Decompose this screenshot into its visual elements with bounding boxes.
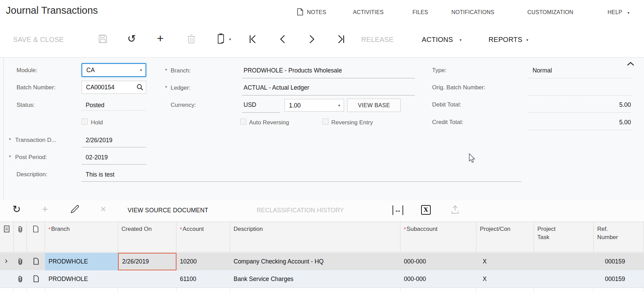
view-base-button[interactable]: VIEW BASE [347,99,401,112]
row-selector[interactable] [0,270,14,288]
credit-total-label: Credit Total: [432,119,463,126]
menu-activities[interactable]: ACTIVITIES [353,9,384,15]
cell-branch[interactable]: PRODWHOLE [45,270,118,288]
view-source-document-button[interactable]: VIEW SOURCE DOCUMENT [128,207,208,214]
cell-created-on[interactable] [118,270,176,288]
cell-subaccount[interactable]: 000-000 [400,270,476,288]
note-icon [33,275,39,282]
empty-grid-strip [0,288,644,292]
cell-account[interactable]: 10200 [176,253,230,270]
save-icon[interactable] [98,34,107,43]
last-record-icon[interactable] [336,34,345,44]
branch-label: Branch: [171,67,191,74]
col-header-created-on[interactable]: Created On [118,222,176,252]
note-icon [33,225,39,233]
cell-description[interactable]: Bank Service Charges [230,270,400,288]
row-note[interactable] [27,270,45,288]
cell-created-on-active[interactable]: 2/26/2019 [118,253,176,270]
col-header-subaccount[interactable]: *Subaccount [400,222,476,252]
release-button[interactable]: RELEASE [361,36,394,44]
menu-files[interactable]: FILES [412,9,428,15]
transaction-date-required: * [9,137,11,143]
note-icon [297,8,303,15]
save-close-button[interactable]: SAVE & CLOSE [13,36,64,44]
reclassification-history-button[interactable]: RECLASSIFICATION HISTORY [257,207,344,214]
col-header-project[interactable]: Project/Con [476,222,534,252]
cell-ref-number[interactable]: 000159 [594,270,644,288]
excel-x-glyph: X [424,206,428,213]
module-caret-down-icon[interactable]: ▾ [140,68,142,72]
col-header-ref-number[interactable]: Ref. Number [594,222,644,252]
menu-help[interactable]: HELP [608,9,622,15]
attachments-header-cell[interactable] [14,222,27,252]
grid-settings-header-cell[interactable] [0,222,14,252]
batch-number-value: CA000154 [86,84,115,91]
cell-project[interactable]: X [476,253,534,270]
help-caret-down-icon: ▾ [627,11,630,15]
branch-col-required: * [49,226,51,232]
export-excel-icon[interactable]: X [421,205,431,215]
hold-label: Hold [91,119,103,126]
cell-project[interactable]: X [476,270,534,288]
notes-header-cell[interactable] [27,222,45,252]
debit-total-label: Debit Total: [432,101,461,108]
row-attachment[interactable] [14,253,27,270]
grid-header-row: *Branch Created On *Account Description … [0,222,644,252]
actions-button[interactable]: ACTIONS [422,36,453,44]
reversing-entry-checkbox[interactable] [322,119,329,125]
menu-notifications[interactable]: NOTIFICATIONS [451,9,494,15]
clipboard-caret-down-icon[interactable]: ▾ [229,37,231,42]
ledger-required: * [165,85,167,90]
account-col-required: * [180,226,182,232]
upload-icon[interactable] [451,205,460,214]
first-record-icon[interactable] [248,34,257,44]
prev-record-icon[interactable] [279,34,286,44]
col-header-description[interactable]: Description [230,222,400,252]
collapse-panel-icon[interactable] [626,61,635,67]
grid-add-row-icon[interactable]: + [42,203,48,215]
col-header-branch[interactable]: *Branch [45,222,118,252]
cell-subaccount[interactable]: 000-000 [400,253,476,270]
batch-lookup-icon[interactable] [136,83,143,91]
batch-number-field[interactable]: CA000154 [82,81,146,94]
mouse-cursor [469,153,477,164]
grid-delete-row-icon[interactable]: × [100,204,106,215]
cell-project-task[interactable] [534,253,594,270]
actions-caret-down-icon[interactable]: ▾ [460,38,462,42]
cell-project-task[interactable] [534,270,594,288]
post-period-required: * [9,154,11,160]
clipboard-icon[interactable] [217,33,225,44]
col-header-account[interactable]: *Account [176,222,230,252]
note-icon [33,258,39,265]
delete-record-icon[interactable] [187,34,195,44]
row-selector[interactable]: › [0,253,14,270]
module-combobox[interactable]: CA ▾ [82,63,146,77]
currency-rate-caret-down-icon[interactable]: ▾ [338,103,340,108]
grid-edit-pencil-icon[interactable] [70,204,79,214]
currency-rate-value: 1.00 [289,102,301,109]
add-record-icon[interactable]: + [157,32,164,45]
cell-description[interactable]: Company Checking Account - HQ [230,253,400,270]
module-label: Module: [17,67,37,74]
cell-ref-number[interactable]: 000159 [594,253,644,270]
undo-icon[interactable]: ↺ [127,33,136,45]
next-record-icon[interactable] [308,34,316,44]
orig-batch-number-label: Orig. Batch Number: [432,84,485,91]
hold-checkbox[interactable] [82,119,88,125]
row-note[interactable] [27,253,45,270]
reports-caret-down-icon[interactable]: ▾ [526,38,528,42]
cell-branch[interactable]: PRODWHOLE [45,253,118,270]
reports-button[interactable]: REPORTS [489,36,522,44]
grid-refresh-icon[interactable]: ↻ [12,203,21,215]
reversing-entry-label: Reversing Entry [331,119,373,126]
table-row: › PRODWHOLE 2/26/2019 10200 Company Chec… [0,253,644,270]
menu-customization[interactable]: CUSTOMIZATION [527,9,573,15]
row-attachment[interactable] [14,270,27,288]
fit-to-width-icon[interactable]: ↔ [393,205,403,215]
module-value: CA [86,67,95,74]
auto-reversing-checkbox[interactable] [240,119,246,125]
menu-notes[interactable]: NOTES [307,9,326,15]
col-header-project-task[interactable]: Project Task [534,222,594,252]
currency-rate-combobox[interactable]: 1.00 ▾ [285,99,344,112]
cell-account[interactable]: 61100 [176,270,230,288]
